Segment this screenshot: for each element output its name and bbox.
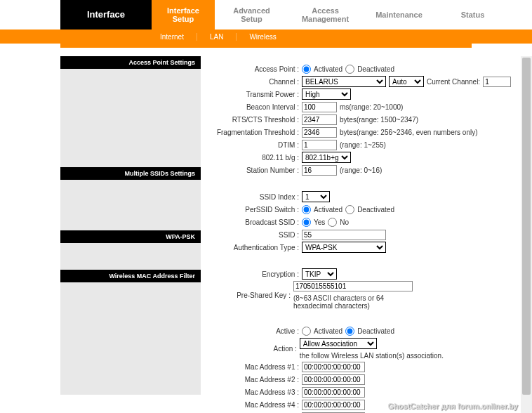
input-station[interactable] [302,165,337,176]
input-ssid[interactable] [302,230,386,240]
label-frag: Fragmentation Threshold : [211,129,302,136]
label-mac1: Mac Address #1 : [211,363,302,371]
orange-divider [60,44,472,48]
tab-advanced-setup[interactable]: Advanced Setup [215,0,288,29]
label-action: Action : [211,345,300,353]
label-station: Station Number : [211,166,302,174]
label-mac2: Mac Address #2 : [211,376,302,383]
scrollbar-thumb[interactable] [522,58,531,395]
radio-ap-activated[interactable] [302,65,311,74]
radio-ap-deactivated[interactable] [345,65,354,74]
label-channel: Channel : [211,78,302,86]
label-encryption: Encryption : [211,270,302,278]
section-mac-filter: Wireless MAC Address Filter [60,270,201,282]
label-mode: 802.11 b/g : [211,154,302,162]
label-current-channel: Current Channel: [427,78,480,86]
label-rts: RTS/CTS Threshold : [211,116,302,124]
sub-tabs: Internet LAN Wireless [0,29,532,44]
hint-station: (range: 0~16) [340,166,382,174]
radio-perssid-deactivated[interactable] [345,205,354,214]
label-mac4: Mac Address #4 : [211,401,302,409]
hint-action: the follow Wireless LAN station(s) assoc… [300,352,444,360]
top-tabs: Interface Interface Setup Advanced Setup… [0,0,532,29]
input-mac2[interactable] [302,374,365,385]
label-broadcast: Broadcast SSID : [211,218,302,226]
label-authtype: Authentication Type : [211,244,302,251]
label-dtim: DTIM : [211,141,302,149]
hint-frag: bytes(range: 256~2346, even numbers only… [340,129,478,136]
section-access-point: Access Point Settings [60,56,201,69]
select-authtype[interactable]: WPA-PSK [302,242,386,253]
section-ssid: Multiple SSIDs Settings [60,167,201,180]
input-mac3[interactable] [302,387,365,398]
label-mac3: Mac Address #3 : [211,388,302,396]
label-perssid: PerSSID Switch : [211,206,302,214]
input-rts[interactable] [302,114,337,125]
label-beacon: Beacon Interval : [211,103,302,111]
subtab-wireless[interactable]: Wireless [236,33,288,41]
label-psk: Pre-Shared Key : [211,291,293,299]
input-frag[interactable] [302,127,337,138]
input-mac4[interactable] [302,400,365,410]
select-channel-auto[interactable]: Auto [389,76,424,87]
input-current-channel [483,77,511,87]
label-ssid-index: SSID Index : [211,193,302,201]
input-psk[interactable] [293,281,413,291]
tab-maintenance[interactable]: Maintenance [362,0,436,29]
scrollbar[interactable] [521,56,532,413]
hint-rts: bytes(range: 1500~2347) [340,116,418,124]
radio-perssid-activated[interactable] [302,205,311,214]
main-form: Access Point : Activated Deactivated Cha… [201,56,532,413]
select-action[interactable]: Allow Association [300,338,377,349]
tab-access-management[interactable]: Access Management [288,0,362,29]
radio-broadcast-no[interactable] [328,218,337,227]
subtab-internet[interactable]: Internet [147,33,197,41]
hint-psk: (8~63 ASCII characters or 64 hexadecimal… [293,294,420,310]
select-ssid-index[interactable]: 1 [302,191,330,202]
select-mode[interactable]: 802.11b+g [302,152,351,163]
label-transmit-power: Transmit Power : [211,91,302,98]
hint-dtim: (range: 1~255) [340,141,386,149]
select-channel-country[interactable]: BELARUS [302,76,386,87]
section-wpa-psk: WPA-PSK [60,230,201,243]
radio-filter-activated[interactable] [302,327,311,336]
input-beacon[interactable] [302,102,337,112]
input-dtim[interactable] [302,140,337,150]
label-active: Active : [211,327,302,335]
sidebar: Access Point Settings Multiple SSIDs Set… [60,56,201,413]
label-ssid: SSID : [211,231,302,239]
tab-interface-main: Interface [60,0,152,29]
radio-filter-deactivated[interactable] [345,327,354,336]
hint-beacon: ms(range: 20~1000) [340,103,403,111]
subtab-lan[interactable]: LAN [197,33,236,41]
select-encryption[interactable]: TKIP [302,268,337,280]
radio-broadcast-yes[interactable] [302,218,311,227]
watermark: GhostCatcher для forum.onliner.by [388,402,518,410]
tab-interface-setup[interactable]: Interface Setup [152,0,215,29]
input-mac1[interactable] [302,362,365,372]
select-transmit-power[interactable]: High [302,88,351,100]
tab-status[interactable]: Status [436,0,510,29]
label-access-point: Access Point : [211,65,302,73]
